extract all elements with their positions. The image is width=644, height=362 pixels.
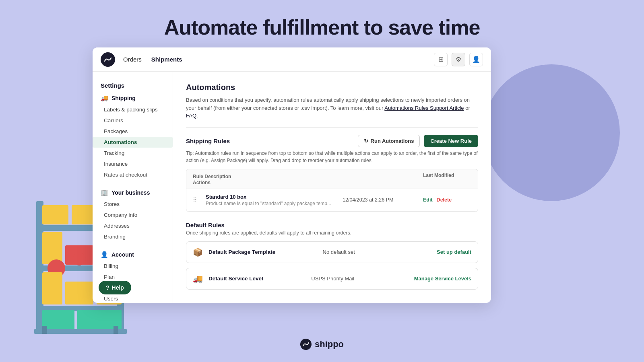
sidebar-shipping-label: Shipping <box>111 95 136 101</box>
default-service-name: Default Service Level <box>208 276 311 282</box>
create-rule-button[interactable]: Create New Rule <box>424 135 478 147</box>
plan-label: Plan <box>104 274 115 280</box>
shippo-brand-text: shippo <box>315 339 344 350</box>
nav-links: Orders Shipments <box>123 54 434 64</box>
table-header: Rule Description Last Modified Actions <box>186 169 478 189</box>
run-automations-button[interactable]: ↻ Run Automations <box>358 135 420 147</box>
nav-orders[interactable]: Orders <box>123 54 142 64</box>
setup-default-button[interactable]: Set up default <box>437 249 471 255</box>
sidebar-item-packages[interactable]: Packages <box>93 126 173 137</box>
shippo-logo-icon <box>300 339 312 350</box>
grid-icon-btn[interactable]: ⊞ <box>434 53 448 66</box>
edit-rule-button[interactable]: Edit <box>423 197 433 203</box>
delete-rule-button[interactable]: Delete <box>437 197 452 203</box>
shippo-footer-logo: shippo <box>300 339 344 350</box>
truck-icon: 🚚 <box>193 274 203 284</box>
rules-buttons: ↻ Run Automations Create New Rule <box>358 135 478 147</box>
col-actions: Actions <box>193 180 343 185</box>
sidebar-item-automations[interactable]: Automations <box>93 137 173 148</box>
svg-rect-5 <box>42 205 68 224</box>
section-divider <box>186 127 478 128</box>
rules-table: Rule Description Last Modified Actions ⠿… <box>186 169 478 212</box>
table-row: ⠿ Standard 10 box Product name is equal … <box>186 189 478 212</box>
svg-rect-14 <box>65 282 93 304</box>
default-service-value: USPS Priority Mail <box>311 276 414 282</box>
default-rule-service: 🚚 Default Service Level USPS Priority Ma… <box>186 268 478 290</box>
drag-handle-icon[interactable]: ⠿ <box>193 197 206 203</box>
sidebar-item-tracking[interactable]: Tracking <box>93 148 173 158</box>
refresh-icon: ↻ <box>364 138 368 144</box>
svg-rect-13 <box>42 272 62 304</box>
svg-rect-8 <box>42 232 62 264</box>
sidebar-item-carriers[interactable]: Carriers <box>93 115 173 126</box>
svg-rect-19 <box>42 326 47 334</box>
carriers-label: Carriers <box>104 117 123 123</box>
sidebar-item-users[interactable]: Users <box>93 293 173 303</box>
sidebar-business-group[interactable]: 🏢 Your business <box>93 187 173 199</box>
manage-service-button[interactable]: Manage Service Levels <box>414 276 471 282</box>
business-icon: 🏢 <box>101 189 108 196</box>
branding-label: Branding <box>104 234 126 240</box>
faq-link[interactable]: FAQ <box>186 113 196 119</box>
automations-label: Automations <box>104 139 137 145</box>
stores-label: Stores <box>104 201 120 207</box>
shipping-rules-header: Shipping Rules ↻ Run Automations Create … <box>186 135 478 147</box>
nav-shipments[interactable]: Shipments <box>151 54 182 64</box>
automations-title: Automations <box>186 83 478 92</box>
top-nav: Orders Shipments ⊞ ⚙ 👤 <box>93 47 491 72</box>
billing-label: Billing <box>104 263 118 269</box>
default-rules-desc: Once shipping rules are applied, default… <box>186 230 478 236</box>
rates-label: Rates at checkout <box>104 172 147 178</box>
shipping-icon: 🚚 <box>101 95 108 102</box>
settings-label: Settings <box>93 80 173 92</box>
account-label: Account <box>111 251 134 258</box>
default-rules-section: Default Rules Once shipping rules are ap… <box>186 222 478 290</box>
svg-rect-6 <box>72 205 94 224</box>
rule-date: 12/04/2023 at 2:26 PM <box>343 197 423 203</box>
packages-label: Packages <box>104 128 128 134</box>
automations-description: Based on conditions that you specify, au… <box>186 96 478 120</box>
settings-icon-btn[interactable]: ⚙ <box>452 53 465 66</box>
svg-rect-18 <box>34 329 127 334</box>
default-package-name: Default Package Template <box>208 249 323 255</box>
app-logo <box>101 52 115 67</box>
sidebar-account-group[interactable]: 👤 Account <box>93 249 173 261</box>
support-article-link[interactable]: Automations Rules Support Article <box>384 105 464 111</box>
col-last-modified: Last Modified <box>423 173 471 180</box>
help-icon: ? <box>106 284 109 291</box>
help-button[interactable]: ? Help <box>99 281 131 294</box>
nav-icons: ⊞ ⚙ 👤 <box>434 53 483 66</box>
sidebar-shipping-group[interactable]: 🚚 Shipping <box>93 92 173 104</box>
page-headline: Automate fulfillment to save time <box>0 0 644 39</box>
sidebar-item-insurance[interactable]: Insurance <box>93 158 173 169</box>
sidebar-item-company-info[interactable]: Company info <box>93 210 173 220</box>
shipping-rules-title: Shipping Rules <box>186 138 230 144</box>
shippo-footer: shippo <box>300 339 344 350</box>
help-label: Help <box>112 284 124 291</box>
deco-circle <box>483 64 620 201</box>
content-area: Settings 🚚 Shipping Labels & packing sli… <box>93 72 491 303</box>
svg-point-12 <box>73 253 86 265</box>
sidebar-item-labels[interactable]: Labels & packing slips <box>93 104 173 115</box>
sidebar-item-billing[interactable]: Billing <box>93 261 173 272</box>
sidebar-item-stores[interactable]: Stores <box>93 199 173 210</box>
users-label: Users <box>104 296 118 302</box>
account-icon: 👤 <box>101 251 108 258</box>
addresses-label: Addresses <box>104 223 130 229</box>
main-content: Automations Based on conditions that you… <box>173 72 491 303</box>
rule-actions: Edit Delete <box>423 197 471 203</box>
insurance-label: Insurance <box>104 161 128 167</box>
sidebar-group-business: 🏢 Your business Stores Company info Addr… <box>93 187 173 242</box>
sidebar-item-addresses[interactable]: Addresses <box>93 220 173 231</box>
package-icon: 📦 <box>193 247 203 257</box>
default-rules-title: Default Rules <box>186 222 478 228</box>
default-rule-package: 📦 Default Package Template No default se… <box>186 241 478 263</box>
rule-info: Standard 10 box Product name is equal to… <box>206 194 343 206</box>
sidebar-group-settings: Settings 🚚 Shipping Labels & packing sli… <box>93 80 173 180</box>
sidebar-item-branding[interactable]: Branding <box>93 231 173 242</box>
user-icon-btn[interactable]: 👤 <box>469 53 483 66</box>
sidebar-item-rates[interactable]: Rates at checkout <box>93 169 173 180</box>
your-business-label: Your business <box>111 189 150 196</box>
rule-name: Standard 10 box <box>206 194 343 200</box>
col-rule-desc: Rule Description <box>193 174 231 179</box>
